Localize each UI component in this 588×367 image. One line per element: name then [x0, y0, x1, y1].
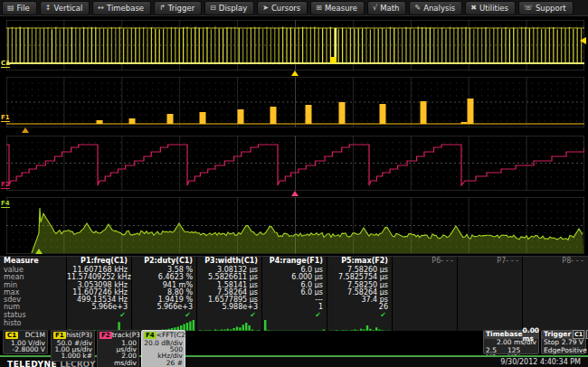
measure-mean-p5: 7.5825754 µs — [327, 273, 392, 280]
f1-grid[interactable] — [6, 77, 584, 127]
timebase-panel[interactable]: Timebase 0.00 ms 2.00 ms/div 2.5 MS 125 … — [483, 330, 539, 354]
measure-column-p4[interactable]: P4:range(F1)6.0 µs6.000 µs6.0 µs6.0 µs--… — [261, 257, 327, 331]
f2-grid[interactable] — [6, 136, 584, 191]
channel-badge-f2: F2 — [100, 332, 112, 339]
descriptor-f1[interactable]: F1hist(P3)50.0 #/div1.00 µs/div1.000 k# — [51, 330, 95, 362]
histogram-origin-marker-f1[interactable] — [22, 127, 29, 133]
measure-status-p6 — [393, 311, 457, 319]
trigger-level-marker-c1[interactable] — [580, 37, 586, 44]
measure-num-p6 — [393, 303, 457, 310]
measure-header-p1[interactable]: P1:freq(C1) — [67, 257, 131, 266]
histicon-svg-p1 — [69, 319, 130, 331]
descriptor-f4[interactable]: F4<FFT(C2)>20.0 dB/div500 kHz/div26 # — [141, 330, 185, 367]
math-icon: √ — [373, 5, 377, 12]
measure-num-p2: 5.966e+3 — [132, 303, 196, 310]
trigger-slope: Positive — [561, 347, 587, 355]
menu-bar: ▤File↕Vertical↔Timebase↱Trigger⊟Display➤… — [0, 0, 588, 16]
menu-cursors-label: Cursors — [271, 4, 300, 13]
histicon-svg-p3 — [199, 319, 261, 331]
trigger-panel[interactable]: Trigger C1DC Stop 2.79 V Edge Positive — [541, 330, 586, 354]
trigger-position-marker-c1[interactable] — [291, 71, 299, 76]
measure-header-p5[interactable]: P5:max(F2) — [327, 257, 392, 266]
descriptor-f2[interactable]: F2track(P3)1.00 µs/div2.00 ms/div — [97, 330, 139, 367]
trace-label-f1: F1 — [1, 115, 10, 122]
descriptor-f4-line3: 26 # — [144, 360, 183, 366]
measure-column-p6: P6- - - — [392, 257, 457, 331]
measure-status-p2: ✔ — [132, 311, 196, 319]
measure-header-p2[interactable]: P2:duty(C1) — [132, 257, 196, 266]
measure-header-p3[interactable]: P3:width(C1) — [197, 257, 261, 266]
menu-display-button[interactable]: ⊟Display — [204, 1, 254, 15]
measure-column-p2[interactable]: P2:duty(C1)3.58 %6.4623 %941 m%8.80 %1.9… — [131, 257, 196, 331]
measure-header-p6[interactable]: P6- - - — [393, 257, 457, 266]
measure-value-p1: 11.607168 kHz — [67, 266, 131, 273]
row-label-mean: mean — [0, 273, 66, 280]
utilities-icon: ✖ — [470, 5, 477, 12]
measure-column-p1[interactable]: P1:freq(C1)11.607168 kHz11.57409252 kHz3… — [66, 257, 131, 331]
row-label-min: min — [0, 281, 66, 288]
descriptor-c1-title: DC1M — [25, 332, 45, 338]
measure-status-p8 — [523, 311, 587, 319]
measure-min-p4: 6.0 µs — [262, 281, 327, 288]
menu-timebase-button[interactable]: ↔Timebase — [92, 1, 151, 15]
menu-math-label: Math — [380, 4, 399, 13]
menu-analysis-button[interactable]: ✎Analysis — [409, 1, 462, 15]
measure-column-p5[interactable]: P5:max(F2)7.58260 µs7.5825754 µs7.58250 … — [327, 257, 392, 331]
measure-header-p4[interactable]: P4:range(F1) — [262, 257, 327, 266]
measure-header-p8[interactable]: P8- - - — [523, 257, 587, 266]
menu-file-button[interactable]: ▤File — [2, 1, 37, 15]
menu-utilities-button[interactable]: ✖Utilities — [465, 1, 516, 15]
descriptor-c1[interactable]: C1DC1M1.00 V/div-2.8000 V — [3, 330, 48, 354]
measure-mean-p4: 6.000 µs — [262, 273, 327, 280]
menu-math-button[interactable]: √Math — [367, 1, 406, 15]
measure-column-p3[interactable]: P3:width(C1)3.08132 µs5.5826611 µs1.5814… — [196, 257, 261, 331]
measure-min-p8 — [523, 281, 587, 288]
measure-min-p6 — [393, 281, 457, 288]
measure-max-p7 — [458, 288, 522, 296]
menu-trigger-button[interactable]: ↱Trigger — [154, 1, 202, 15]
measure-num-p3: 5.988e+3 — [197, 303, 261, 310]
measure-value-p7 — [458, 266, 522, 273]
display-icon: ⊟ — [210, 5, 216, 12]
measure-sdev-p5: 37.4 ps — [327, 296, 392, 303]
measure-column-p8: P8- - - — [522, 257, 587, 331]
menu-measure-button[interactable]: ⊞Measure — [310, 1, 365, 15]
measure-mean-p6 — [393, 273, 457, 280]
measure-status-p1: ✔ — [67, 311, 131, 319]
menu-support-button[interactable]: ☏Support — [518, 1, 574, 15]
measure-num-p1: 5.966e+3 — [67, 303, 131, 310]
channel-badge-f1: F1 — [53, 332, 66, 339]
row-label-value: value — [0, 266, 66, 273]
measure-status-p4: ✔ — [262, 311, 327, 319]
analysis-icon: ✎ — [414, 5, 421, 12]
descriptor-f2-header: F2track(P3) — [100, 332, 137, 339]
measure-sdev-p1: 499.13534 Hz — [67, 296, 131, 303]
vertical-icon: ↕ — [45, 5, 52, 12]
c1-grid[interactable] — [6, 20, 584, 71]
channel-badge-f4: F4 — [144, 332, 156, 339]
measure-mean-p3: 5.5826611 µs — [197, 273, 261, 280]
menu-utilities-label: Utilities — [479, 4, 508, 13]
measure-min-p7 — [458, 281, 522, 288]
measure-sdev-p6 — [393, 296, 457, 303]
trigger-type: Edge — [544, 347, 561, 355]
menu-file-label: File — [17, 4, 30, 13]
histicon-svg-p4 — [264, 319, 326, 331]
menu-vertical-button[interactable]: ↕Vertical — [40, 1, 90, 15]
trigger-position-marker-f2[interactable] — [291, 191, 299, 196]
measure-value-p6 — [393, 266, 457, 273]
measure-max-p4: 6.0 µs — [262, 288, 327, 296]
f4-grid[interactable] — [6, 197, 584, 254]
measure-num-p4: 1 — [262, 303, 327, 310]
brand-teledyne: TELEDYNE — [7, 360, 57, 367]
measure-histicon-p5 — [327, 319, 392, 332]
menu-cursors-button[interactable]: ➤Cursors — [257, 1, 308, 15]
frequency-marker-f4[interactable] — [35, 249, 43, 254]
menu-vertical-label: Vertical — [54, 4, 83, 13]
descriptor-c1-line2: -2.8000 V — [5, 346, 45, 353]
measure-max-p1: 11.607246 kHz — [67, 288, 131, 296]
measure-mean-p8 — [523, 273, 587, 280]
measure-header-p7[interactable]: P7- - - — [458, 257, 522, 266]
descriptor-c1-header: C1DC1M — [5, 332, 45, 339]
measure-corner-label: Measure — [0, 257, 66, 266]
